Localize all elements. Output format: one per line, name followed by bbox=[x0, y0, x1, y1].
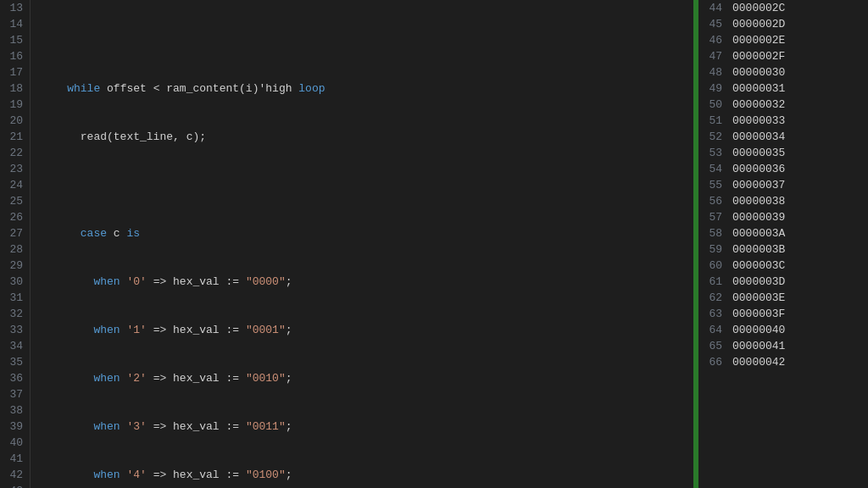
hex-row: 0000003E bbox=[732, 290, 868, 306]
hex-panel: 44 45 46 47 48 49 50 51 52 53 54 55 56 5… bbox=[698, 0, 868, 488]
hex-row: 0000003D bbox=[732, 274, 868, 290]
hex-row: 00000033 bbox=[732, 113, 868, 129]
hex-values: 0000002C 0000002D 0000002E 0000002F 0000… bbox=[729, 0, 868, 488]
hex-row: 00000039 bbox=[732, 209, 868, 225]
hex-row: 00000041 bbox=[732, 338, 868, 354]
hex-row: 0000003F bbox=[732, 306, 868, 322]
hex-row: 00000035 bbox=[732, 145, 868, 161]
code-line-21: when '3' => hex_val := "0011"; bbox=[41, 419, 693, 435]
line-numbers: 13 14 15 16 17 18 19 20 21 22 23 24 25 2… bbox=[0, 0, 31, 488]
hex-row: 0000003B bbox=[732, 241, 868, 258]
code-line-14: while offset < ram_content(i)'high loop bbox=[41, 80, 693, 97]
code-line-20: when '2' => hex_val := "0010"; bbox=[41, 370, 693, 386]
hex-row: 0000002C bbox=[732, 0, 868, 16]
hex-row: 00000036 bbox=[732, 161, 868, 177]
code-line-16 bbox=[41, 177, 693, 193]
code-line-19: when '1' => hex_val := "0001"; bbox=[41, 322, 693, 338]
hex-row: 00000038 bbox=[732, 193, 868, 209]
hex-row: 00000042 bbox=[732, 354, 868, 370]
hex-row: 0000002F bbox=[732, 48, 868, 64]
code-line-22: when '4' => hex_val := "0100"; bbox=[41, 467, 693, 483]
hex-row: 00000040 bbox=[732, 322, 868, 338]
hex-row: 00000037 bbox=[732, 177, 868, 193]
hex-row: 0000002D bbox=[732, 16, 868, 32]
hex-row: 0000003A bbox=[732, 225, 868, 241]
hex-row: 0000003C bbox=[732, 258, 868, 274]
code-content: while offset < ram_content(i)'high loop … bbox=[31, 0, 693, 488]
code-panel: 13 14 15 16 17 18 19 20 21 22 23 24 25 2… bbox=[0, 0, 693, 488]
code-line-15: read(text_line, c); bbox=[41, 129, 693, 145]
hex-row: 00000030 bbox=[732, 64, 868, 80]
code-line-13 bbox=[41, 32, 693, 48]
hex-row: 00000032 bbox=[732, 97, 868, 113]
hex-line-numbers: 44 45 46 47 48 49 50 51 52 53 54 55 56 5… bbox=[698, 0, 729, 488]
hex-row: 00000031 bbox=[732, 80, 868, 97]
code-line-18: when '0' => hex_val := "0000"; bbox=[41, 274, 693, 290]
hex-row: 00000034 bbox=[732, 129, 868, 145]
hex-row: 0000002E bbox=[732, 32, 868, 48]
code-line-17: case c is bbox=[41, 225, 693, 241]
